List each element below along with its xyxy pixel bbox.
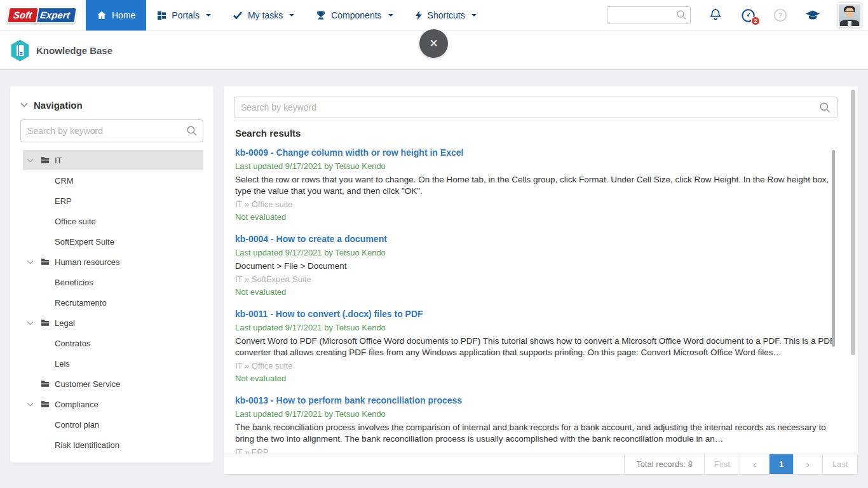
result-title-link[interactable]: kb-0011 - How to convert (.docx) files t… bbox=[235, 308, 423, 320]
notifications-bell-icon[interactable] bbox=[708, 8, 723, 23]
trophy-icon bbox=[316, 10, 326, 20]
navbar-right: 2 ? bbox=[607, 3, 868, 27]
menu-components[interactable]: Components bbox=[305, 0, 403, 30]
result-category: IT » Office suite bbox=[235, 199, 837, 210]
tree-item-recrutamento[interactable]: Recrutamento bbox=[23, 292, 203, 313]
tree-item-legal[interactable]: Legal bbox=[23, 313, 203, 333]
tree-item-label: SoftExpert Suite bbox=[55, 237, 114, 247]
chevron-down-icon[interactable] bbox=[27, 321, 41, 325]
search-icon[interactable] bbox=[186, 125, 198, 137]
logo-expert: Expert bbox=[33, 7, 77, 24]
search-icon[interactable] bbox=[819, 102, 831, 114]
navigation-panel: Navigation IT CRM ERP Office suite SoftE… bbox=[10, 86, 214, 463]
chevron-down-icon bbox=[206, 14, 211, 17]
main-menu: Home Portals My tasks Components Shortcu… bbox=[86, 0, 487, 30]
total-records: Total records: 8 bbox=[624, 454, 704, 474]
lightning-icon bbox=[415, 10, 423, 20]
close-icon: ✕ bbox=[429, 37, 438, 50]
menu-label: My tasks bbox=[248, 10, 283, 20]
svg-text:?: ? bbox=[778, 11, 783, 19]
pagination-prev-button[interactable]: ‹ bbox=[740, 454, 769, 474]
chevron-down-icon[interactable] bbox=[27, 260, 41, 264]
menu-home[interactable]: Home bbox=[86, 0, 146, 30]
tree-item-beneficios[interactable]: Benefícios bbox=[23, 272, 203, 292]
result-item: kb-0011 - How to convert (.docx) files t… bbox=[235, 308, 837, 384]
home-icon bbox=[97, 10, 107, 20]
result-updated: Last updated 9/17/2021 by Tetsuo Kendo bbox=[235, 247, 837, 259]
tree-item-label: Human resources bbox=[55, 257, 120, 267]
avatar-glasses bbox=[845, 11, 854, 13]
result-evaluation: Not evaluated bbox=[235, 373, 837, 384]
result-category: IT » Office suite bbox=[235, 360, 837, 372]
tree-item-compliance[interactable]: Compliance bbox=[23, 394, 203, 414]
tree-item-it[interactable]: IT bbox=[23, 150, 203, 170]
softexpert-logo[interactable]: Soft Expert bbox=[0, 0, 86, 30]
training-graduation-cap-icon[interactable] bbox=[805, 8, 820, 23]
search-icon[interactable] bbox=[676, 10, 687, 20]
sidebar-search-input[interactable] bbox=[20, 119, 203, 142]
pagination-last-button[interactable]: Last bbox=[822, 454, 858, 474]
pending-tasks-gauge-icon[interactable]: 2 bbox=[740, 8, 756, 23]
help-icon[interactable]: ? bbox=[773, 8, 788, 23]
result-evaluation: Not evaluated bbox=[235, 212, 837, 223]
avatar-shirt bbox=[848, 21, 851, 26]
result-title-link[interactable]: kb-0004 - How to create a document bbox=[235, 233, 387, 245]
result-updated: Last updated 9/17/2021 by Tetsuo Kendo bbox=[235, 409, 837, 420]
tree-item-softexpert-suite[interactable]: SoftExpert Suite bbox=[23, 231, 203, 252]
results-search bbox=[234, 97, 837, 118]
tree-item-control-plan[interactable]: Control plan bbox=[23, 414, 203, 435]
tasks-badge: 2 bbox=[751, 17, 760, 25]
result-item: kb-0013 - How to perform bank reconcilia… bbox=[235, 395, 837, 459]
results-search-input[interactable] bbox=[234, 97, 837, 118]
pagination-page-1-button[interactable]: 1 bbox=[769, 454, 793, 474]
chevron-down-icon bbox=[20, 102, 28, 107]
result-snippet: The bank reconciliation process involves… bbox=[235, 422, 837, 445]
tree-item-contratos[interactable]: Contratos bbox=[23, 333, 203, 353]
result-title-link[interactable]: kb-0013 - How to perform bank reconcilia… bbox=[235, 395, 462, 407]
chevron-down-icon bbox=[388, 14, 393, 17]
result-updated: Last updated 9/17/2021 by Tetsuo Kendo bbox=[235, 161, 837, 172]
result-snippet: Document > File > Document bbox=[235, 261, 837, 272]
folder-icon bbox=[41, 156, 55, 164]
pagination-bar: Total records: 8 First ‹ 1 › Last bbox=[224, 454, 858, 474]
tree-item-office-suite[interactable]: Office suite bbox=[23, 211, 203, 231]
results-list: kb-0009 - Change column width or row hei… bbox=[234, 147, 837, 459]
global-search bbox=[607, 6, 691, 24]
menu-shortcuts[interactable]: Shortcuts bbox=[404, 0, 487, 30]
tree-item-label: Control plan bbox=[55, 420, 99, 430]
page-scrollbar[interactable] bbox=[851, 90, 855, 355]
tree-item-risk-identification[interactable]: Risk Identification bbox=[23, 435, 203, 455]
menu-portals[interactable]: Portals bbox=[146, 0, 222, 30]
folder-icon bbox=[41, 319, 55, 327]
results-title: Search results bbox=[235, 128, 837, 139]
grid-icon bbox=[157, 11, 166, 20]
navigation-collapse-header[interactable]: Navigation bbox=[10, 95, 214, 114]
result-title-link[interactable]: kb-0009 - Change column width or row hei… bbox=[235, 147, 463, 159]
tree-item-crm[interactable]: CRM bbox=[23, 170, 203, 191]
close-button[interactable]: ✕ bbox=[419, 29, 448, 58]
menu-my-tasks[interactable]: My tasks bbox=[222, 0, 305, 30]
tree-item-erp[interactable]: ERP bbox=[23, 191, 203, 211]
user-avatar[interactable] bbox=[837, 3, 862, 27]
page-title: Knowledge Base bbox=[36, 45, 112, 56]
result-evaluation: Not evaluated bbox=[235, 287, 837, 298]
pagination-next-button[interactable]: › bbox=[793, 454, 822, 474]
tree-item-label: Risk Identification bbox=[55, 440, 119, 450]
menu-label: Shortcuts bbox=[428, 10, 465, 20]
menu-label: Portals bbox=[172, 10, 200, 20]
chevron-down-icon[interactable] bbox=[27, 158, 41, 163]
menu-label: Components bbox=[331, 10, 381, 20]
chevron-down-icon bbox=[471, 14, 477, 17]
tree-item-customer-service[interactable]: Customer Service bbox=[23, 374, 203, 394]
results-scrollbar[interactable] bbox=[832, 150, 835, 347]
pagination-first-button[interactable]: First bbox=[704, 454, 740, 474]
tree-item-leis[interactable]: Leis bbox=[23, 353, 203, 374]
tree-item-human-resources[interactable]: Human resources bbox=[23, 252, 203, 272]
top-navbar: Soft Expert Home Portals My tasks Compon… bbox=[0, 0, 868, 30]
folder-icon bbox=[41, 400, 55, 408]
sidebar-search bbox=[20, 119, 203, 142]
tree-item-label: Customer Service bbox=[55, 379, 120, 389]
tree-item-label: CRM bbox=[55, 176, 74, 186]
chevron-down-icon[interactable] bbox=[27, 402, 41, 407]
search-results-panel: Search results kb-0009 - Change column w… bbox=[224, 86, 858, 474]
